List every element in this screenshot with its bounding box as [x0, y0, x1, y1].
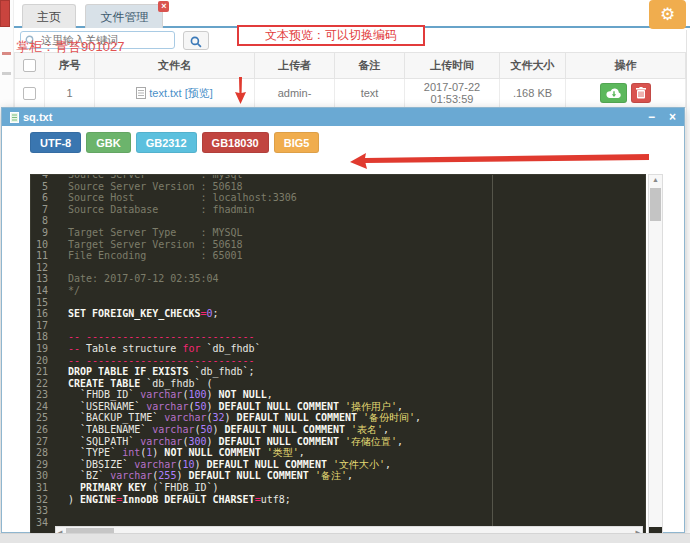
modal-title-bar[interactable]: sq.txt − × [2, 108, 684, 126]
code-line: 15 [31, 297, 645, 309]
uploader-cell: admin- [255, 79, 335, 108]
code-line: 25 `BACKUP_TIME` varchar(32) DEFAULT NUL… [31, 412, 645, 424]
code-line: 24 `USERNAME` varchar(50) DEFAULT NULL C… [31, 401, 645, 413]
code-line: 18-- ---------------------------- [31, 331, 645, 343]
document-icon [10, 112, 19, 123]
code-line: 4Source Server : mysql [31, 174, 645, 181]
table-row: 1 text.txt [预览] admin- text 2017-07-22 0… [15, 79, 686, 108]
actions-cell [566, 79, 686, 108]
tab-home[interactable]: 主页 [22, 4, 76, 31]
sidebar-menu-fragment[interactable] [0, 0, 10, 27]
row-number: 1 [45, 79, 95, 108]
download-button[interactable] [600, 83, 627, 103]
encoding-button[interactable]: GBK [86, 132, 130, 153]
code-line: 16SET FOREIGN_KEY_CHECKS=0; [31, 308, 645, 320]
code-line: 14*/ [31, 285, 645, 297]
tab-file-management[interactable]: 文件管理 × [85, 4, 163, 31]
column-header: 序号 [45, 53, 95, 79]
row-checkbox[interactable] [23, 87, 36, 100]
code-line: 12 [31, 262, 645, 274]
code-line: 11File Encoding : 65001 [31, 250, 645, 262]
code-line: 33 [31, 505, 645, 517]
search-icon [190, 36, 202, 48]
sidebar-text-fragment [2, 72, 11, 75]
code-lines: 4Source Server : mysql5Source Server Ver… [31, 174, 645, 528]
annotation-text-preview: 文本预览：可以切换编码 [237, 25, 425, 46]
code-line: 27 `SQLPATH` varchar(300) DEFAULT NULL C… [31, 436, 645, 448]
code-line: 20-- ---------------------------- [31, 355, 645, 367]
watermark-text: 掌柜：青苔901027 [16, 38, 124, 56]
encoding-button[interactable]: BIG5 [274, 132, 320, 153]
upload-time-cell: 2017-07-22 01:53:59 [405, 79, 500, 108]
gear-icon[interactable]: ⚙ [649, 0, 686, 29]
tab-bar: 主页 文件管理 × [14, 0, 690, 28]
scroll-up-icon[interactable]: ▲ [649, 176, 662, 183]
page-bottom-strip [0, 533, 690, 543]
preview-modal: sq.txt − × UTF-8GBKGB2312GB18030BIG5 4So… [1, 107, 685, 533]
code-line: 13Date: 2017-07-12 02:35:04 [31, 273, 645, 285]
modal-title: sq.txt [23, 111, 634, 123]
code-area[interactable]: 4Source Server : mysql5Source Server Ver… [30, 174, 646, 540]
code-line: 9Target Server Type : MYSQL [31, 227, 645, 239]
annotation-arrow-down [232, 77, 248, 105]
column-header: 文件大小 [500, 53, 566, 79]
table-header-row: 序号文件名上传者备注上传时间文件大小操作 [15, 53, 686, 79]
code-line: 19-- Table structure for `db_fhdb` [31, 343, 645, 355]
file-icon [136, 87, 146, 99]
code-line: 17 [31, 320, 645, 332]
vertical-scroll-thumb[interactable] [650, 188, 661, 221]
code-editor: 4Source Server : mysql5Source Server Ver… [30, 174, 663, 540]
column-header: 上传者 [255, 53, 335, 79]
tab-close-icon[interactable]: × [158, 1, 169, 12]
code-line: 21DROP TABLE IF EXISTS `db_fhdb`; [31, 366, 645, 378]
file-name-cell: text.txt [预览] [95, 79, 255, 108]
select-all-checkbox[interactable] [23, 59, 36, 72]
encoding-button[interactable]: UTF-8 [30, 132, 81, 153]
cloud-download-icon [606, 87, 622, 99]
preview-link[interactable]: [预览] [185, 87, 213, 99]
page-right-border [686, 30, 687, 531]
code-line: 22CREATE TABLE `db_fhdb` ( [31, 378, 645, 390]
close-icon[interactable]: × [669, 108, 676, 126]
code-line: 29 `DBSIZE` varchar(10) DEFAULT NULL COM… [31, 459, 645, 471]
encoding-button[interactable]: GB18030 [202, 132, 269, 153]
code-line: 31 PRIMARY KEY (`FHDB_ID`) [31, 482, 645, 494]
tab-file-management-label: 文件管理 [100, 10, 148, 24]
search-button[interactable] [183, 31, 209, 50]
sidebar-text-fragment [2, 52, 11, 55]
annotation-arrow-left [350, 150, 650, 170]
code-line: 6Source Host : localhost:3306 [31, 192, 645, 204]
file-name-link[interactable]: text.txt [149, 87, 181, 99]
modal-body: UTF-8GBKGB2312GB18030BIG5 4Source Server… [2, 126, 684, 532]
file-table: 序号文件名上传者备注上传时间文件大小操作 1 text.txt [预览] adm… [14, 52, 686, 108]
column-header: 备注 [335, 53, 405, 79]
editor-margin-ruler [492, 175, 493, 539]
vertical-scrollbar[interactable]: ▲ [648, 174, 663, 540]
code-line: 32) ENGINE=InnoDB DEFAULT CHARSET=utf8; [31, 494, 645, 506]
code-line: 23 `FHDB_ID` varchar(100) NOT NULL, [31, 389, 645, 401]
code-line: 30 `BZ` varchar(255) DEFAULT NULL COMMEN… [31, 470, 645, 482]
delete-button[interactable] [631, 83, 651, 103]
code-line: 10Target Server Version : 50618 [31, 239, 645, 251]
select-all-header [15, 53, 45, 79]
column-header: 上传时间 [405, 53, 500, 79]
file-size-cell: .168 KB [500, 79, 566, 108]
column-header: 文件名 [95, 53, 255, 79]
trash-icon [636, 87, 646, 99]
code-line: 8 [31, 215, 645, 227]
encoding-button[interactable]: GB2312 [136, 132, 197, 153]
remark-cell: text [335, 79, 405, 108]
code-line: 7Source Database : fhadmin [31, 204, 645, 216]
minimize-icon[interactable]: − [648, 108, 655, 126]
encoding-buttons: UTF-8GBKGB2312GB18030BIG5 [30, 132, 324, 153]
code-line: 28 `TYPE` int(1) NOT NULL COMMENT '类型', [31, 447, 645, 459]
code-line: 5Source Server Version : 50618 [31, 181, 645, 193]
code-line: 26 `TABLENAME` varchar(50) DEFAULT NULL … [31, 424, 645, 436]
column-header: 操作 [566, 53, 686, 79]
